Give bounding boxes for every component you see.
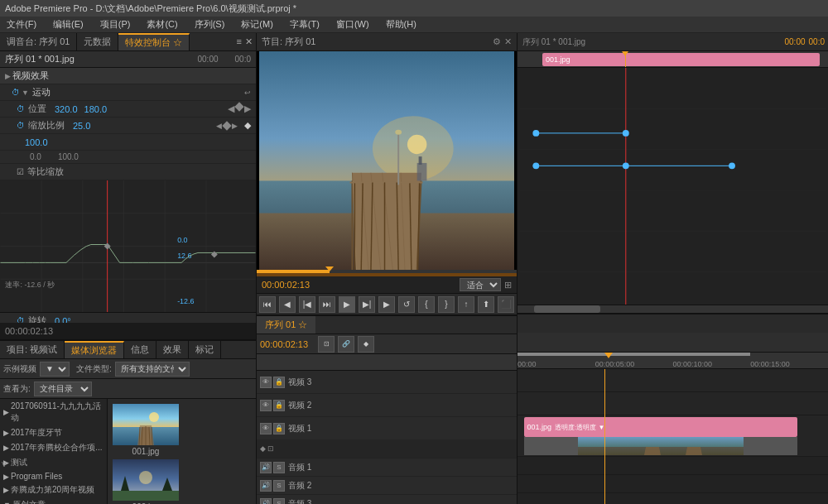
graph-area: 0.0 12.6 速率: -12.6 / 秒 -12.6 [0,180,256,313]
clip-bar-001[interactable]: 001.jpg [542,53,820,66]
tree-item-6[interactable]: ▼ 原创文章 [0,497,107,504]
monitor-playbar[interactable] [257,270,517,276]
view-dropdown[interactable]: 文件目录 [34,382,92,396]
a2-solo-btn[interactable]: S [273,480,285,492]
tab-info[interactable]: 信息 [124,341,156,358]
tl-link-btn[interactable]: 🔗 [338,336,354,353]
monitor-fit-dropdown[interactable]: 适合 [460,278,501,291]
media-item-001[interactable]: 001.jpg [113,404,179,456]
show-dropdown[interactable]: ▼ [40,362,70,377]
menu-clip[interactable]: 素材(C) [143,17,181,31]
project-tabs: 项目: 视频试 媒体浏览器 信息 效果 标记 [0,341,256,359]
motion-stopwatch[interactable]: ⏱ [12,88,20,97]
tab-metadata[interactable]: 元数据 [77,33,118,50]
v2-vis-btn[interactable]: 👁 [260,400,272,411]
pos-y-val[interactable]: 180.0 [84,104,108,114]
menu-edit[interactable]: 编辑(E) [50,17,87,31]
tl-marker-btn[interactable]: ◆ [358,336,374,353]
motion-reset[interactable]: ↩ [244,89,251,97]
monitor-video [257,51,517,270]
ctrl-step-fwd[interactable]: ▶ [378,296,395,313]
clip-001-main[interactable]: 001.jpg 透明度:透明度 ▼ [524,417,797,437]
menu-help[interactable]: 帮助(H) [383,17,420,31]
a1-mute-btn[interactable]: 🔊 [260,462,272,473]
a3-solo-btn[interactable]: S [273,498,285,505]
tree-item-2[interactable]: ▶ 2017年奔腾校企合作项... [0,440,107,455]
clip-001-label: 001.jpg [527,423,552,431]
scale-kf-right[interactable]: ◆ [244,120,251,131]
v3-lock-btn[interactable]: 🔒 [273,377,285,388]
motion-arrow[interactable]: ▼ [22,89,29,97]
monitor-expand-btn[interactable]: ⊞ [504,280,512,290]
ctrl-goto-out[interactable]: ⏭ [319,296,335,313]
scale-next-kf[interactable]: ▶ [232,122,238,130]
pos-prev-keyframe[interactable]: ◀ [228,103,234,114]
rotation-val[interactable]: 0.0° [55,316,71,324]
uniform-scale-label: 等比缩放 [27,166,64,178]
ctrl-next-kf[interactable]: ▶| [359,296,375,313]
a1-solo-btn[interactable]: S [273,462,285,473]
ctrl-play[interactable]: ▶ [339,296,355,313]
file-type-dropdown[interactable]: 所有支持的文件 [115,362,190,377]
tab-markers[interactable]: 标记 [189,341,221,358]
uniform-scale-checkbox[interactable]: ☑ [17,167,24,176]
monitor-settings-btn[interactable]: ⚙ [493,36,501,47]
panel-close-btn[interactable]: ✕ [245,36,253,47]
ctrl-loop[interactable]: ↺ [398,296,415,313]
menu-file[interactable]: 文件(F) [3,17,40,31]
menu-title[interactable]: 字幕(T) [286,17,323,31]
tab-mixer[interactable]: 调音台: 序列 01 [0,33,77,50]
panel-menu-btn[interactable]: ≡ [237,36,242,47]
v1-lock-btn[interactable]: 🔒 [273,423,285,434]
tree-item-5[interactable]: ▶ 奔腾成力第20周年视频 [0,482,107,497]
menu-project[interactable]: 项目(P) [97,17,134,31]
scale-label: 缩放比例 [28,119,65,132]
effect-tl-scrollbar[interactable] [518,305,828,313]
tab-effect-controls[interactable]: 特效控制台 ☆ [118,33,190,50]
ctrl-extract[interactable]: ⬆ [478,296,494,313]
a3-mute-btn[interactable]: 🔊 [260,498,272,505]
ctrl-prev-kf[interactable]: |◀ [299,296,315,313]
v2-lock-btn[interactable]: 🔒 [273,400,285,411]
ctrl-goto-in[interactable]: ⏮ [259,296,276,313]
media-item-002[interactable]: 002.jpg [113,459,179,504]
pos-keyframe-controls: ◀ ▶ [228,103,251,114]
tl-snap-btn[interactable]: ⊡ [318,336,335,353]
v1-vis-btn[interactable]: 👁 [260,423,272,434]
tab-media-browser[interactable]: 媒体浏览器 [65,341,124,358]
pos-keyframe-diamond[interactable] [234,102,243,111]
tree-item-3[interactable]: ▶ 测试 [0,455,107,470]
scale-stopwatch[interactable]: ⏱ [17,121,25,130]
tree-item-0[interactable]: ▶ 2017060911-九九九九活动 [0,399,107,425]
tl-timecode[interactable]: 00:00:02:13 [260,339,308,349]
pos-next-keyframe[interactable]: ▶ [244,103,251,114]
ctrl-mark-in[interactable]: { [418,296,435,313]
tree-item-4[interactable]: ▶ Program Files [0,470,107,482]
a2-mute-btn[interactable]: 🔊 [260,480,272,492]
scale-kf-diamond[interactable] [222,121,231,130]
ctrl-mark-out[interactable]: } [438,296,455,313]
video-effects-arrow[interactable]: ▶ [5,72,11,80]
v1-blend-btn[interactable]: ⊡ [267,444,274,453]
tab-project[interactable]: 项目: 视频试 [0,341,65,358]
ctrl-lift[interactable]: ↑ [458,296,474,313]
v1-label: 视频 1 [288,423,311,434]
rot-stopwatch[interactable]: ⏱ [17,316,25,323]
thumb-svg-001 [113,404,179,445]
monitor-close-btn[interactable]: ✕ [504,36,512,47]
timeline-tab-seq[interactable]: 序列 01 ☆ [257,316,315,334]
scale-val[interactable]: 25.0 [73,121,90,131]
pos-x-val[interactable]: 320.0 [55,104,78,114]
scale-y-val[interactable]: 100.0 [25,137,48,147]
menu-sequence[interactable]: 序列(S) [191,17,229,31]
menu-window[interactable]: 窗口(W) [333,17,373,31]
ctrl-export[interactable]: ⬛ [498,296,514,313]
tree-item-1[interactable]: ▶ 2017年度牙节 [0,425,107,440]
tab-effects[interactable]: 效果 [156,341,189,358]
view-label: 查看为: [3,383,31,395]
v3-vis-btn[interactable]: 👁 [260,377,272,388]
pos-stopwatch[interactable]: ⏱ [17,104,25,113]
v1-kf-btn[interactable]: ◆ [260,444,266,453]
ctrl-step-back[interactable]: ◀ [279,296,296,313]
menu-marker[interactable]: 标记(M) [238,17,277,31]
